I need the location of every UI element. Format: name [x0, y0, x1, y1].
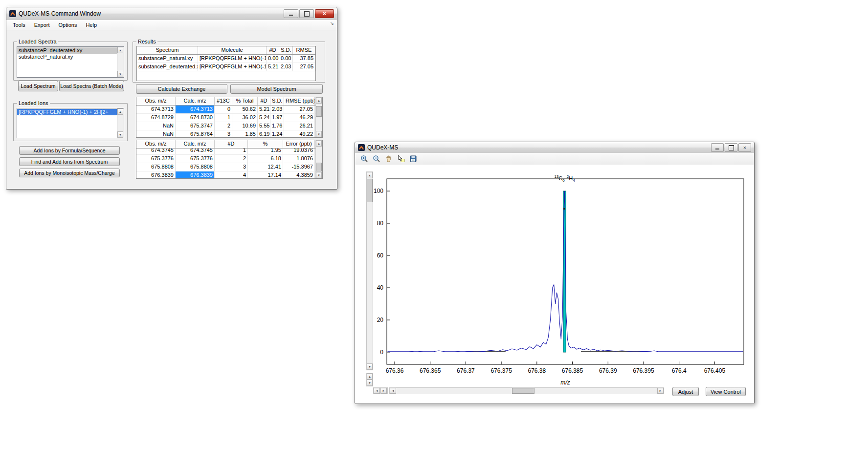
scroll-right-button[interactable]: ► [657, 388, 664, 394]
list-item[interactable]: substanceP_natural.xy [17, 54, 117, 60]
scrollbar-thumb[interactable] [316, 163, 322, 171]
table-cell[interactable]: 1.95 [248, 149, 283, 154]
column-header[interactable]: #D [215, 140, 248, 148]
horizontal-step-buttons[interactable]: ◄ ► [373, 387, 388, 394]
scroll-down-button[interactable]: ▼ [316, 131, 322, 137]
table-cell[interactable]: 2.03 [270, 106, 284, 113]
table-cell[interactable]: 674.3745 [136, 149, 176, 154]
table-cell[interactable]: 50.62 [232, 106, 258, 113]
table-cell[interactable]: 2.03 [279, 63, 293, 71]
list-item[interactable]: substanceP_deuterated.xy [17, 47, 117, 54]
table-cell[interactable]: 36.02 [232, 114, 258, 122]
table-cell[interactable]: 46.29 [284, 114, 315, 122]
maximize-button[interactable] [299, 9, 314, 18]
loaded-spectra-listbox[interactable]: substanceP_deuterated.xysubstanceP_natur… [17, 46, 124, 78]
table-cell[interactable]: 1.8076 [283, 155, 315, 163]
table-cell[interactable]: 1 [215, 114, 232, 122]
table-cell[interactable]: 1.24 [270, 130, 284, 137]
step-left-button[interactable]: ◄ [374, 388, 380, 394]
column-header[interactable]: % Total [232, 97, 258, 105]
column-header[interactable]: S.D. [279, 46, 293, 54]
add-ions-mono-button[interactable]: Add Ions by Monoisotopic Mass/Charge [19, 169, 120, 177]
table-cell[interactable]: 675.3747 [176, 122, 215, 130]
column-header[interactable]: Molecule [198, 46, 267, 54]
table-cell[interactable]: 37.85 [293, 55, 315, 63]
menu-tools[interactable]: Tools [8, 21, 30, 29]
close-button[interactable]: × [738, 143, 751, 152]
column-header[interactable]: #D [258, 97, 270, 105]
table-cell[interactable]: 674.8729 [136, 114, 176, 122]
minimize-button[interactable] [284, 9, 298, 18]
zoom-out-button[interactable] [371, 154, 382, 164]
table-cell[interactable]: 0.00 [279, 55, 293, 63]
table-cell[interactable]: 0.00 [267, 55, 279, 63]
table-cell[interactable]: 675.3776 [136, 155, 176, 163]
table-cell[interactable]: substanceP_natural.xy [137, 55, 198, 63]
table-cell[interactable]: 1.85 [232, 130, 258, 137]
column-header[interactable]: Spectrum [137, 46, 198, 54]
menu-options[interactable]: Options [54, 21, 81, 29]
datatip-button[interactable] [396, 154, 406, 164]
horizontal-scrollbar[interactable]: ◄ ► [389, 387, 664, 394]
step-right-button[interactable]: ► [380, 388, 387, 394]
table-cell[interactable]: 17.14 [248, 171, 283, 178]
scroll-up-button[interactable]: ▲ [316, 97, 322, 104]
column-header[interactable]: Obs. m/z [136, 140, 176, 148]
loaded-ions-listbox[interactable]: [RPKPQQFFGLM + HNO(-1) + 2H]2+ ▲ ▼ [17, 108, 124, 138]
save-button[interactable] [408, 154, 419, 164]
table-cell[interactable]: NaN [136, 122, 176, 130]
maximize-button[interactable] [725, 143, 737, 152]
table-cell[interactable]: 676.3839 [136, 171, 176, 178]
column-header[interactable]: RMSE (ppb) [284, 97, 315, 105]
table-cell[interactable]: 5.55 [258, 122, 270, 130]
table-cell[interactable]: 0 [215, 106, 232, 113]
table-cell[interactable]: [RPKPQQFFGLM + HNO(-1) + ... [198, 63, 267, 71]
table-cell[interactable]: 26.21 [284, 122, 315, 130]
column-header[interactable]: % [248, 140, 283, 148]
minimize-button[interactable] [711, 143, 724, 152]
scrollbar-thumb[interactable] [316, 106, 322, 117]
table-cell[interactable]: 2 [215, 155, 248, 163]
table-cell[interactable]: 4.3859 [283, 171, 315, 178]
vertical-scrollbar[interactable]: ▲ ▼ [315, 140, 322, 178]
column-header[interactable]: Obs. m/z [136, 97, 176, 105]
table-cell[interactable]: 2 [215, 122, 232, 130]
table-cell[interactable]: 3 [215, 163, 248, 171]
scroll-down-button[interactable]: ▼ [117, 131, 123, 138]
table-cell[interactable]: 674.3713 [176, 106, 215, 113]
pan-button[interactable] [383, 154, 394, 164]
table-cell[interactable]: 675.3776 [176, 155, 215, 163]
table-cell[interactable]: 12.41 [248, 163, 283, 171]
figure-window-titlebar[interactable]: QUDeX-MS × [355, 142, 754, 153]
table-cell[interactable]: 674.8730 [176, 114, 215, 122]
scrollbar-thumb[interactable] [512, 388, 534, 394]
table-cell[interactable]: 1.97 [270, 114, 284, 122]
adjust-button[interactable]: Adjust [672, 387, 699, 396]
table-cell[interactable]: 1.76 [270, 122, 284, 130]
load-spectrum-button[interactable]: Load Spectrum [18, 81, 58, 91]
menu-export[interactable]: Export [30, 21, 54, 29]
close-button[interactable]: × [315, 9, 334, 18]
table-cell[interactable]: 10.69 [232, 122, 258, 130]
scroll-down-button[interactable]: ▼ [117, 71, 123, 77]
scroll-down-button[interactable]: ▼ [316, 172, 322, 178]
table-cell[interactable]: 675.8808 [176, 163, 215, 171]
scroll-left-button[interactable]: ◄ [390, 388, 396, 394]
table-cell[interactable]: 49.22 [284, 130, 315, 137]
column-header[interactable]: #D [267, 46, 279, 54]
vertical-scrollbar[interactable]: ▲ ▼ [315, 97, 322, 137]
table-cell[interactable]: 674.3745 [176, 149, 215, 154]
vertical-scrollbar[interactable]: ▲ ▼ [117, 47, 124, 77]
table-cell[interactable]: 674.3713 [136, 106, 176, 113]
find-add-ions-button[interactable]: Find and Add Ions from Spectrum [19, 157, 120, 166]
column-header[interactable]: Calc. m/z [176, 97, 215, 105]
menubar-dock-icon[interactable]: ↘ [330, 21, 334, 26]
table-cell[interactable]: 3 [215, 130, 232, 137]
table-cell[interactable]: 19.0376 [283, 149, 315, 154]
model-spectrum-button[interactable]: Model Spectrum [230, 84, 323, 94]
command-window-titlebar[interactable]: QUDeX-MS Command Window × [6, 7, 337, 21]
scroll-up-button[interactable]: ▲ [117, 47, 123, 53]
table-cell[interactable]: 1 [215, 149, 248, 154]
calculate-exchange-button[interactable]: Calculate Exchange [136, 84, 227, 94]
load-spectra-batch-button[interactable]: Load Spectra (Batch Mode) [59, 81, 124, 91]
